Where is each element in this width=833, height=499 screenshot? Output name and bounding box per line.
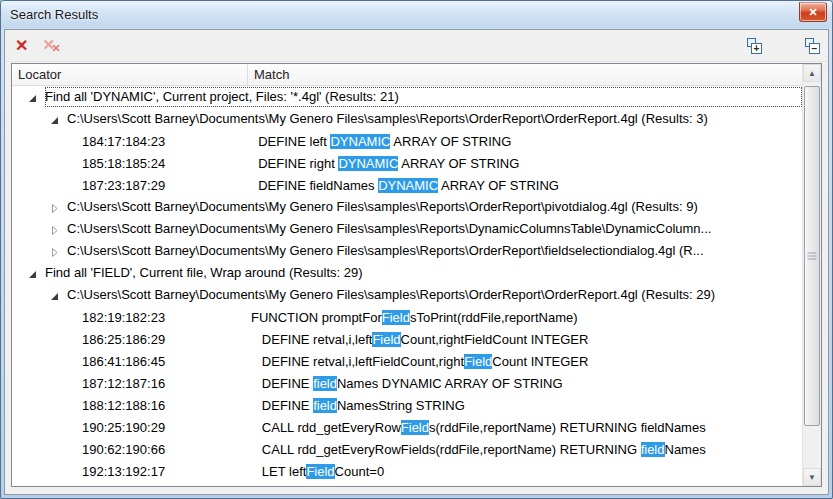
match-text-segment: DEFINE fieldNames bbox=[251, 178, 378, 193]
search-results-window: Search Results ✕ ✕ ✕ ✕ + − bbox=[0, 0, 833, 499]
collapsed-arrow-icon[interactable] bbox=[49, 246, 60, 257]
result-match-text: DEFINE fieldNamesString STRING bbox=[248, 398, 802, 413]
title-bar[interactable]: Search Results bbox=[1, 1, 832, 28]
result-row[interactable]: 188:12:188:16 DEFINE fieldNamesString ST… bbox=[12, 394, 802, 416]
results-tree-main: Locator Match Find all 'DYNAMIC', Curren… bbox=[12, 64, 802, 486]
close-button[interactable]: ✕ bbox=[799, 2, 827, 22]
match-highlight: Field bbox=[306, 464, 334, 479]
result-locator: 187:23:187:29 bbox=[12, 178, 248, 193]
result-row[interactable]: 186:25:186:29 DEFINE retval,i,leftFieldC… bbox=[12, 328, 802, 350]
match-text-segment: NamesString STRING bbox=[337, 398, 465, 413]
result-row[interactable]: 186:41:186:45 DEFINE retval,i,leftFieldC… bbox=[12, 350, 802, 372]
result-row[interactable]: 190:25:190:29 CALL rdd_getEveryRowFields… bbox=[12, 416, 802, 438]
results-tree-body: Find all 'DYNAMIC', Current project, Fil… bbox=[12, 86, 802, 486]
window-title: Search Results bbox=[10, 7, 98, 22]
expanded-arrow-icon[interactable] bbox=[49, 290, 60, 301]
expand-all-button[interactable]: + bbox=[746, 38, 762, 54]
match-text-segment: DEFINE left bbox=[251, 134, 330, 149]
result-row[interactable]: 182:19:182:23FUNCTION promptForFieldsToP… bbox=[12, 306, 802, 328]
result-locator: 186:25:186:29 bbox=[12, 332, 248, 347]
match-text-segment: DEFINE bbox=[251, 376, 313, 391]
remove-search-icon: ✕ bbox=[15, 37, 28, 54]
match-text-segment: Count=0 bbox=[335, 464, 385, 479]
search-group-row[interactable]: Find all 'FIELD', Current file, Wrap aro… bbox=[12, 262, 802, 284]
match-text-segment: Names DYNAMIC ARRAY OF STRING bbox=[337, 376, 563, 391]
match-highlight: Field bbox=[382, 310, 410, 325]
match-text-segment: ARRAY OF STRING bbox=[438, 178, 559, 193]
toolbar: ✕ ✕ ✕ + − bbox=[5, 30, 828, 62]
match-text-segment: Count,rightFieldCount INTEGER bbox=[401, 332, 589, 347]
file-group-row[interactable]: C:\Users\Scott Barney\Documents\My Gener… bbox=[12, 196, 802, 218]
file-group-row[interactable]: C:\Users\Scott Barney\Documents\My Gener… bbox=[12, 108, 802, 130]
scroll-up-icon: ▲ bbox=[808, 69, 816, 78]
match-text-segment: DEFINE retval,i,leftFieldCount,right bbox=[251, 354, 464, 369]
match-text-segment: sToPrint(rddFile,reportName) bbox=[410, 310, 578, 325]
match-highlight bbox=[309, 486, 349, 487]
match-text-segment: Names bbox=[665, 442, 706, 457]
result-match-text: CALL rdd_getEveryRowFields(rddFile,repor… bbox=[248, 420, 802, 435]
match-text-segment: FUNCTION promptFor bbox=[251, 310, 382, 325]
result-match-text: DEFINE fieldNames DYNAMIC ARRAY OF STRIN… bbox=[248, 376, 802, 391]
match-text-segment: Count INTEGER bbox=[492, 354, 588, 369]
locator-column-header[interactable]: Locator bbox=[12, 64, 248, 85]
collapse-all-icon: − bbox=[809, 43, 820, 54]
result-match-text: DEFINE fieldNames DYNAMIC ARRAY OF STRIN… bbox=[248, 178, 802, 193]
expanded-arrow-icon[interactable] bbox=[27, 92, 38, 103]
result-locator: 186:41:186:45 bbox=[12, 354, 248, 369]
match-text-segment: DEFINE retval,i,left bbox=[251, 332, 372, 347]
match-highlight: DYNAMIC bbox=[338, 156, 398, 171]
expanded-arrow-icon[interactable] bbox=[27, 268, 38, 279]
result-row[interactable]: 190:62:190:66 CALL rdd_getEveryRowFields… bbox=[12, 438, 802, 460]
match-text-segment: CALL rdd_getEveryRow bbox=[251, 420, 401, 435]
expanded-arrow-icon[interactable] bbox=[49, 114, 60, 125]
result-match-text: CALL rdd_getEveryRowFields(rddFile,repor… bbox=[248, 442, 802, 457]
result-locator: 190:25:190:29 bbox=[12, 420, 248, 435]
file-path-label: C:\Users\Scott Barney\Documents\My Gener… bbox=[67, 241, 802, 261]
file-path-label: C:\Users\Scott Barney\Documents\My Gener… bbox=[67, 197, 802, 217]
match-text-segment: DEFINE right bbox=[251, 156, 338, 171]
match-text-segment: s(rddFile,reportName) RETURNING fieldNam… bbox=[429, 420, 706, 435]
match-column-header[interactable]: Match bbox=[248, 64, 802, 85]
result-locator: 188:12:188:16 bbox=[12, 398, 248, 413]
close-icon: ✕ bbox=[808, 6, 817, 18]
match-text-segment: LET left bbox=[251, 464, 306, 479]
file-group-row[interactable]: C:\Users\Scott Barney\Documents\My Gener… bbox=[12, 218, 802, 240]
result-match-text: DEFINE retval,i,leftFieldCount,rightFiel… bbox=[248, 354, 802, 369]
result-match-text: LET leftFieldCount=0 bbox=[248, 464, 802, 479]
collapsed-arrow-icon[interactable] bbox=[49, 224, 60, 235]
vertical-scrollbar[interactable]: ▲ ▼ bbox=[802, 64, 821, 486]
result-row[interactable]: 187:23:187:29 DEFINE fieldNames DYNAMIC … bbox=[12, 174, 802, 196]
search-group-row[interactable]: Find all 'DYNAMIC', Current project, Fil… bbox=[12, 86, 802, 108]
result-locator: 182:19:182:23 bbox=[12, 310, 248, 325]
scrollbar-track[interactable] bbox=[803, 82, 821, 468]
match-text-segment: ARRAY OF STRING bbox=[390, 134, 511, 149]
file-path-label: C:\Users\Scott Barney\Documents\My Gener… bbox=[67, 285, 802, 305]
expand-all-icon: + bbox=[751, 43, 762, 54]
file-path-label: C:\Users\Scott Barney\Documents\My Gener… bbox=[67, 109, 802, 129]
match-text-segment: DEFINE bbox=[251, 398, 313, 413]
scroll-up-button[interactable]: ▲ bbox=[803, 64, 821, 82]
match-highlight: field bbox=[313, 398, 337, 413]
collapse-all-button[interactable]: − bbox=[804, 38, 820, 54]
match-highlight: DYNAMIC bbox=[378, 178, 438, 193]
result-row[interactable]: 184:17:184:23 DEFINE left DYNAMIC ARRAY … bbox=[12, 130, 802, 152]
remove-search-button[interactable]: ✕ bbox=[15, 38, 28, 54]
result-row[interactable]: 187:12:187:16 DEFINE fieldNames DYNAMIC … bbox=[12, 372, 802, 394]
remove-all-small-icon: ✕ bbox=[51, 42, 60, 54]
result-locator: 184:17:184:23 bbox=[12, 134, 248, 149]
result-row[interactable] bbox=[12, 482, 802, 486]
file-group-row[interactable]: C:\Users\Scott Barney\Documents\My Gener… bbox=[12, 284, 802, 306]
result-locator: 187:12:187:16 bbox=[12, 376, 248, 391]
collapsed-arrow-icon[interactable] bbox=[49, 202, 60, 213]
remove-all-searches-button[interactable]: ✕ ✕ bbox=[42, 37, 64, 55]
match-highlight: field bbox=[641, 442, 665, 457]
result-row[interactable]: 185:18:185:24 DEFINE right DYNAMIC ARRAY… bbox=[12, 152, 802, 174]
file-group-row[interactable]: C:\Users\Scott Barney\Documents\My Gener… bbox=[12, 240, 802, 262]
scrollbar-thumb[interactable] bbox=[804, 86, 820, 426]
result-row[interactable]: 192:13:192:17 LET leftFieldCount=0 bbox=[12, 460, 802, 482]
match-text-segment: ARRAY OF STRING bbox=[398, 156, 519, 171]
scroll-down-button[interactable]: ▼ bbox=[803, 468, 821, 486]
tree-column-header[interactable]: Locator Match bbox=[12, 64, 802, 86]
scrollbar-grip-icon bbox=[808, 250, 817, 261]
match-highlight: Field bbox=[464, 354, 492, 369]
